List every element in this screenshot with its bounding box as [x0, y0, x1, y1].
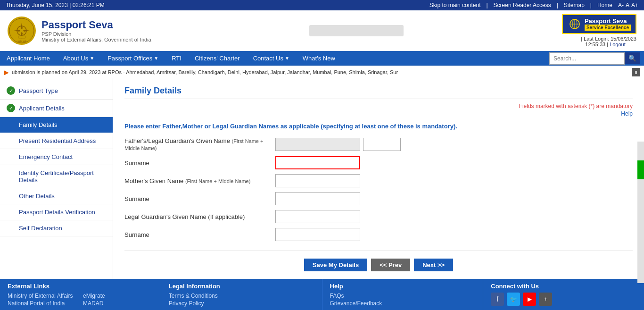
- mandatory-note: Fields marked with asterisk (*) are mand…: [124, 103, 633, 109]
- sidebar-item-residential-address[interactable]: Present Residential Address: [0, 133, 113, 149]
- sidebar-item-other-details[interactable]: Other Details: [0, 188, 113, 204]
- top-bar: Thursday, June 15, 2023 | 02:26:21 PM Sk…: [0, 0, 644, 10]
- site-title: Passport Seva: [41, 19, 151, 31]
- footer-madad-link[interactable]: MADAD: [83, 300, 103, 307]
- next-button[interactable]: Next >>: [414, 259, 453, 271]
- font-normal-btn[interactable]: A: [626, 2, 629, 8]
- mother-surname-input[interactable]: [275, 192, 360, 205]
- applicant-details-check-icon: ✓: [7, 104, 15, 112]
- form-buttons: Save My Details << Prev Next >>: [124, 251, 633, 271]
- twitter-icon[interactable]: 🐦: [507, 293, 520, 306]
- header: सत्यमेव जयते Passport Seva PSP Division …: [0, 10, 644, 51]
- nav-search-area: 🔍: [549, 52, 644, 65]
- scrollbar-thumb[interactable]: [637, 160, 644, 179]
- sidebar-identity-label: Identity Certificate/Passport Details: [19, 169, 106, 184]
- father-name-group: Father's/Legal Guardian's Given Name (Fi…: [124, 137, 633, 151]
- passport-seva-logo: Passport Seva Service Excellence: [562, 14, 636, 34]
- nav-applicant-home[interactable]: Applicant Home: [0, 51, 57, 66]
- ticker-bar: ▶ ubmission is planned on April 29, 2023…: [0, 66, 644, 78]
- prev-button[interactable]: << Prev: [371, 259, 410, 271]
- ticker-pause-button[interactable]: ⏸: [632, 68, 640, 76]
- screen-reader-link[interactable]: Screen Reader Access: [494, 2, 551, 8]
- ticker-text: ubmission is planned on April 29, 2023 a…: [12, 69, 398, 75]
- mother-sublabel: (First Name + Middle Name): [185, 178, 250, 184]
- sidebar-item-family-details[interactable]: Family Details: [0, 117, 113, 133]
- nav-whats-new[interactable]: What's New: [296, 51, 342, 66]
- datetime: Thursday, June 15, 2023 | 02:26:21 PM: [6, 2, 105, 8]
- legal-guardian-surname-input[interactable]: [275, 228, 360, 241]
- nav-rti[interactable]: RTI: [165, 51, 188, 66]
- font-large-btn[interactable]: A+: [631, 2, 638, 8]
- footer-faqs-link[interactable]: FAQs: [330, 293, 476, 299]
- skip-link[interactable]: Skip to main content: [429, 2, 481, 8]
- footer-row-mea: Ministry of External Affairs eMigrate: [8, 293, 153, 299]
- site-subtitle1: PSP Division: [41, 31, 151, 37]
- svg-point-0: [9, 18, 34, 43]
- sidebar-passport-type-label: Passport Type: [19, 87, 58, 94]
- info-text: Please enter Father,Mother or Legal Guar…: [124, 123, 633, 130]
- youtube-icon[interactable]: ▶: [523, 293, 536, 306]
- sidebar-item-self-declaration[interactable]: Self Declaration: [0, 220, 113, 236]
- father-firstname-input-blurred: [275, 138, 360, 151]
- father-surname-input[interactable]: [275, 156, 360, 169]
- legal-guardian-name-group: Legal Guardian's Given Name (If applicab…: [124, 210, 633, 223]
- footer-help: Help FAQs Grievance/Feedback: [322, 279, 484, 310]
- footer-mea-link[interactable]: Ministry of External Affairs: [8, 293, 83, 299]
- footer-terms-link[interactable]: Terms & Conditions: [169, 293, 314, 299]
- nav-about-us[interactable]: About Us ▼: [57, 51, 101, 66]
- sidebar-item-passport-type[interactable]: ✓ Passport Type: [0, 82, 113, 100]
- nav-search-input[interactable]: [549, 52, 625, 65]
- nav-contact-us[interactable]: Contact Us ▼: [247, 51, 296, 66]
- nav-citizens-charter[interactable]: Citizens' Charter: [188, 51, 247, 66]
- sidebar-applicant-details-label: Applicant Details: [19, 105, 65, 112]
- mother-name-label: Mother's Given Name (First Name + Middle…: [124, 177, 275, 184]
- legal-guardian-surname-label: Surname: [124, 231, 275, 238]
- other-social-icon[interactable]: +: [539, 293, 552, 306]
- footer-connect: Connect with Us f 🐦 ▶ +: [483, 279, 644, 310]
- footer-privacy-link[interactable]: Privacy Policy: [169, 300, 314, 307]
- sidebar-residential-label: Present Residential Address: [19, 137, 96, 144]
- save-my-details-button[interactable]: Save My Details: [304, 259, 367, 271]
- scrollbar-right[interactable]: [637, 142, 644, 283]
- footer-emigrate-link[interactable]: eMigrate: [83, 293, 105, 299]
- nav-search-button[interactable]: 🔍: [625, 52, 640, 64]
- sidebar-verification-label: Passport Details Verification: [19, 209, 95, 216]
- legal-guardian-surname-group: Surname: [124, 228, 633, 241]
- footer-bar: External Links Ministry of External Affa…: [0, 279, 644, 310]
- sidebar-item-emergency-contact[interactable]: Emergency Contact: [0, 149, 113, 165]
- sidebar-item-applicant-details[interactable]: ✓ Applicant Details: [0, 100, 113, 117]
- father-surname-group: Surname: [124, 156, 633, 169]
- sidebar-emergency-label: Emergency Contact: [19, 153, 73, 160]
- sitemap-link[interactable]: Sitemap: [564, 2, 585, 8]
- father-surname-label: Surname: [124, 159, 275, 167]
- footer-external-links: External Links Ministry of External Affa…: [0, 279, 161, 310]
- footer-help-title: Help: [330, 283, 476, 290]
- logout-link[interactable]: Logout: [610, 42, 626, 47]
- mother-name-group: Mother's Given Name (First Name + Middle…: [124, 174, 633, 187]
- font-small-btn[interactable]: A-: [618, 2, 624, 8]
- emblem-logo: सत्यमेव जयते: [8, 17, 36, 45]
- help-link[interactable]: Help: [124, 110, 633, 117]
- home-link[interactable]: Home: [597, 2, 612, 8]
- legal-guardian-name-input[interactable]: [275, 210, 360, 223]
- mother-surname-group: Surname: [124, 192, 633, 205]
- footer-connect-title: Connect with Us: [491, 283, 636, 290]
- footer-row-npi: National Portal of India MADAD: [8, 300, 153, 307]
- font-size-controls: A- A A+: [618, 2, 638, 8]
- info-text-plain: Please enter Father,Mother or Legal Guar…: [124, 123, 319, 130]
- footer-grievance-link[interactable]: Grievance/Feedback: [330, 300, 476, 307]
- footer-npi-link[interactable]: National Portal of India: [8, 300, 83, 307]
- navigation-bar: Applicant Home About Us ▼ Passport Offic…: [0, 51, 644, 66]
- sidebar-item-passport-verification[interactable]: Passport Details Verification: [0, 204, 113, 220]
- footer-legal-title: Legal Information: [169, 283, 314, 290]
- sidebar-item-identity-cert[interactable]: Identity Certificate/Passport Details: [0, 165, 113, 188]
- mother-surname-label: Surname: [124, 195, 275, 202]
- site-subtitle2: Ministry of External Affairs, Government…: [41, 37, 151, 42]
- page-title: Family Details: [124, 86, 633, 99]
- father-middlename-input[interactable]: [363, 138, 401, 151]
- mother-given-name-input[interactable]: [275, 174, 360, 187]
- main-layout: ✓ Passport Type ✓ Applicant Details Fami…: [0, 78, 644, 279]
- nav-passport-offices[interactable]: Passport Offices ▼: [101, 51, 165, 66]
- footer-external-links-title: External Links: [8, 283, 153, 290]
- facebook-icon[interactable]: f: [491, 293, 504, 306]
